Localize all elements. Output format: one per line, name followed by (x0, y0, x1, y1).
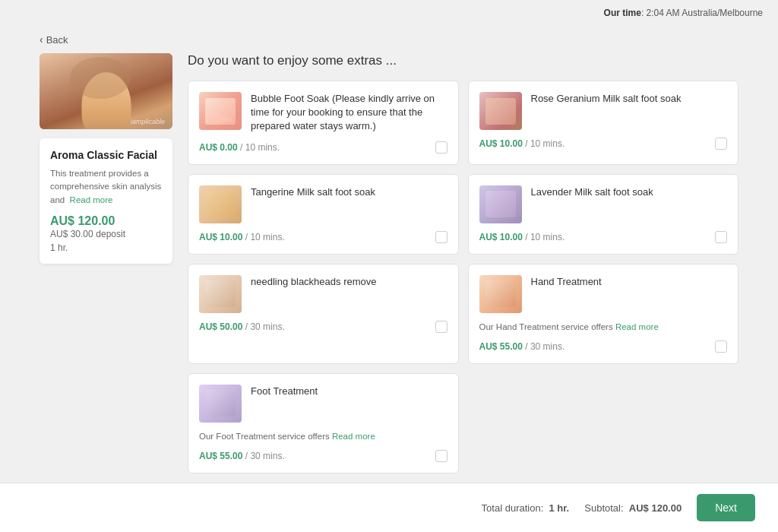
extra-checkbox-needling[interactable] (435, 321, 448, 333)
extra-checkbox-rose-geranium[interactable] (715, 138, 727, 150)
main-container: iamplicable Aroma Classic Facial This tr… (24, 53, 754, 532)
service-image: iamplicable (40, 53, 172, 129)
extra-card-lavender: Lavender Milk salt foot soak AU$ 10.00 /… (468, 174, 739, 255)
hand-read-more[interactable]: Read more (615, 322, 659, 331)
extra-footer: AU$ 55.00 / 30 mins. (479, 340, 728, 353)
extra-thumb-needling (199, 275, 242, 313)
extra-name-hand: Hand Treatment (531, 275, 728, 289)
extra-card-top: Rose Geranium Milk salt foot soak (479, 92, 728, 130)
extra-checkbox-bubble-foot-soak[interactable] (435, 141, 448, 154)
extra-card-hand: Hand Treatment Our Hand Treatment servic… (468, 264, 739, 364)
extra-thumb-tangerine (199, 185, 242, 223)
extra-thumb-lavender (479, 185, 522, 223)
content-area: Do you want to enjoy some extras ... Bub… (188, 53, 738, 473)
current-time: 2:04 AM Australia/Melbourne (647, 8, 763, 18)
extra-thumb-foot (199, 385, 242, 423)
extra-card-top: Foot Treatment (199, 385, 448, 423)
service-description: This treatment provides a comprehensive … (50, 167, 162, 207)
extra-card-rose-geranium: Rose Geranium Milk salt foot soak AU$ 10… (468, 81, 739, 165)
service-image-inner: iamplicable (40, 53, 172, 129)
extra-name-tangerine: Tangerine Milk salt foot soak (251, 185, 448, 199)
extra-card-top: Lavender Milk salt foot soak (479, 185, 728, 223)
extra-footer: AU$ 10.00 / 10 mins. (199, 231, 448, 243)
extra-price-tangerine: AU$ 10.00 / 10 mins. (199, 232, 285, 242)
footer-duration: Total duration: 1 hr. (482, 502, 570, 514)
extra-card-needling: needling blackheads remove AU$ 50.00 / 3… (188, 264, 459, 364)
extra-name-rose-geranium: Rose Geranium Milk salt foot soak (531, 92, 728, 106)
extra-card-top: needling blackheads remove (199, 275, 448, 313)
extra-card-top: Hand Treatment (479, 275, 728, 313)
next-button[interactable]: Next (697, 494, 755, 521)
extras-title: Do you want to enjoy some extras ... (188, 53, 738, 68)
footer-subtotal: Subtotal: AU$ 120.00 (584, 502, 682, 514)
our-time-label: Our time: 2:04 AM Australia/Melbourne (604, 8, 763, 18)
extra-price-hand: AU$ 55.00 / 30 mins. (479, 341, 565, 352)
subtotal-value: AU$ 120.00 (629, 502, 682, 514)
extra-price-foot: AU$ 55.00 / 30 mins. (199, 451, 285, 461)
extras-grid: Bubble Foot Soak (Please kindly arrive o… (188, 81, 738, 364)
extra-footer: AU$ 0.00 / 10 mins. (199, 141, 448, 154)
extra-desc-hand: Our Hand Treatment service offers Read m… (479, 321, 728, 333)
foot-treatment-row: Foot Treatment Our Foot Treatment servic… (188, 373, 738, 473)
extra-card-top: Bubble Foot Soak (Please kindly arrive o… (199, 92, 448, 134)
extra-thumb-rose-geranium (479, 92, 522, 130)
back-button[interactable]: ‹ Back (40, 33, 68, 46)
extra-checkbox-lavender[interactable] (715, 231, 727, 243)
sidebar: iamplicable Aroma Classic Facial This tr… (40, 53, 172, 473)
back-label: Back (46, 34, 68, 46)
service-price: AU$ 120.00 (50, 214, 162, 228)
extra-card-foot: Foot Treatment Our Foot Treatment servic… (188, 373, 459, 473)
back-nav: ‹ Back (24, 26, 754, 53)
extra-price-bubble-foot-soak: AU$ 0.00 / 10 mins. (199, 142, 280, 153)
extra-thumb-bubble-foot-soak (199, 92, 242, 130)
sidebar-card: Aroma Classic Facial This treatment prov… (40, 138, 172, 264)
extra-footer: AU$ 10.00 / 10 mins. (479, 231, 728, 243)
top-bar: Our time: 2:04 AM Australia/Melbourne (0, 0, 778, 26)
extra-checkbox-foot[interactable] (435, 450, 448, 462)
back-chevron-icon: ‹ (40, 33, 43, 46)
extra-name-bubble-foot-soak: Bubble Foot Soak (Please kindly arrive o… (251, 92, 448, 134)
extra-checkbox-tangerine[interactable] (435, 231, 448, 243)
service-deposit: AU$ 30.00 deposit (50, 228, 162, 239)
extra-card-bubble-foot-soak: Bubble Foot Soak (Please kindly arrive o… (188, 81, 459, 165)
extra-footer: AU$ 55.00 / 30 mins. (199, 450, 448, 462)
extra-footer: AU$ 10.00 / 10 mins. (479, 138, 728, 150)
extra-price-needling: AU$ 50.00 / 30 mins. (199, 321, 285, 332)
extra-price-rose-geranium: AU$ 10.00 / 10 mins. (479, 138, 565, 149)
read-more-link[interactable]: Read more (70, 195, 113, 204)
extra-name-needling: needling blackheads remove (251, 275, 448, 289)
foot-read-more[interactable]: Read more (332, 432, 375, 441)
extra-desc-foot: Our Foot Treatment service offers Read m… (199, 430, 448, 442)
subtotal-label: Subtotal: (584, 502, 623, 514)
extra-card-tangerine: Tangerine Milk salt foot soak AU$ 10.00 … (188, 174, 459, 255)
duration-value: 1 hr. (549, 502, 570, 514)
extra-thumb-hand (479, 275, 522, 313)
extra-name-foot: Foot Treatment (251, 385, 448, 398)
duration-label: Total duration: (482, 502, 544, 514)
service-title: Aroma Classic Facial (50, 149, 162, 161)
extra-checkbox-hand[interactable] (715, 340, 727, 353)
extra-price-lavender: AU$ 10.00 / 10 mins. (479, 232, 565, 242)
extra-name-lavender: Lavender Milk salt foot soak (531, 185, 728, 199)
extra-card-top: Tangerine Milk salt foot soak (199, 185, 448, 223)
extra-footer: AU$ 50.00 / 30 mins. (199, 321, 448, 333)
service-duration: 1 hr. (50, 242, 162, 253)
footer-bar: Total duration: 1 hr. Subtotal: AU$ 120.… (0, 483, 778, 532)
